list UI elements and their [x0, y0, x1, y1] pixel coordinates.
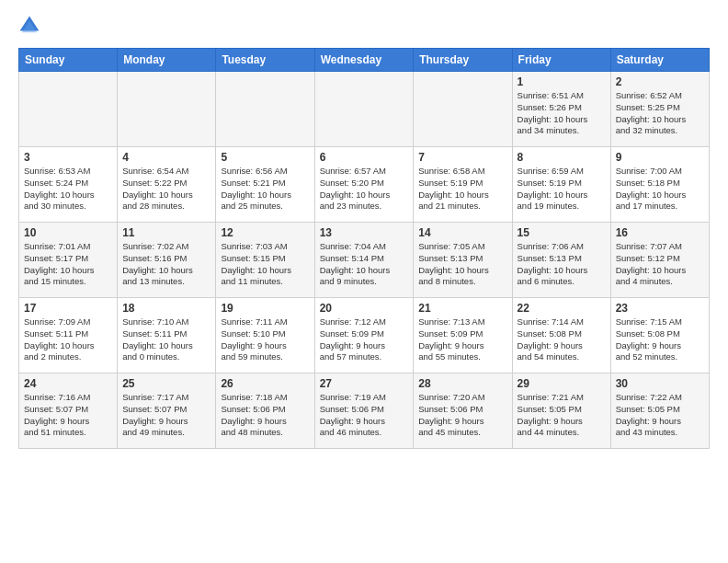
calendar-cell: 27Sunrise: 7:19 AM Sunset: 5:06 PM Dayli…	[314, 373, 414, 449]
calendar-cell: 11Sunrise: 7:02 AM Sunset: 5:16 PM Dayli…	[118, 223, 216, 298]
day-number: 21	[418, 302, 506, 315]
day-info: Sunrise: 6:53 AM Sunset: 5:24 PM Dayligh…	[24, 166, 95, 211]
calendar-cell	[216, 72, 314, 147]
weekday-header: Sunday	[19, 49, 118, 72]
calendar-cell: 13Sunrise: 7:04 AM Sunset: 5:14 PM Dayli…	[314, 223, 414, 298]
calendar-cell: 28Sunrise: 7:20 AM Sunset: 5:06 PM Dayli…	[414, 373, 512, 449]
page: SundayMondayTuesdayWednesdayThursdayFrid…	[0, 0, 728, 458]
day-info: Sunrise: 6:56 AM Sunset: 5:21 PM Dayligh…	[221, 166, 291, 211]
calendar-cell: 12Sunrise: 7:03 AM Sunset: 5:15 PM Dayli…	[216, 223, 314, 298]
calendar-cell: 30Sunrise: 7:22 AM Sunset: 5:05 PM Dayli…	[610, 373, 709, 449]
calendar-cell: 19Sunrise: 7:11 AM Sunset: 5:10 PM Dayli…	[216, 298, 314, 373]
calendar-header-row: SundayMondayTuesdayWednesdayThursdayFrid…	[19, 49, 710, 72]
day-number: 27	[320, 377, 409, 390]
calendar-cell	[19, 72, 118, 147]
day-number: 18	[122, 302, 210, 315]
calendar-cell	[414, 72, 512, 147]
day-info: Sunrise: 7:03 AM Sunset: 5:15 PM Dayligh…	[221, 241, 291, 286]
calendar-cell: 22Sunrise: 7:14 AM Sunset: 5:08 PM Dayli…	[512, 298, 610, 373]
day-info: Sunrise: 7:14 AM Sunset: 5:08 PM Dayligh…	[518, 316, 584, 362]
day-info: Sunrise: 7:06 AM Sunset: 5:13 PM Dayligh…	[518, 241, 588, 286]
calendar-week-row: 17Sunrise: 7:09 AM Sunset: 5:11 PM Dayli…	[19, 298, 710, 373]
calendar-cell: 16Sunrise: 7:07 AM Sunset: 5:12 PM Dayli…	[610, 223, 709, 298]
day-info: Sunrise: 7:18 AM Sunset: 5:06 PM Dayligh…	[221, 392, 287, 437]
weekday-header: Friday	[512, 49, 610, 72]
day-info: Sunrise: 7:13 AM Sunset: 5:09 PM Dayligh…	[418, 316, 484, 362]
day-number: 29	[518, 377, 606, 390]
day-info: Sunrise: 6:58 AM Sunset: 5:19 PM Dayligh…	[418, 166, 489, 211]
calendar-week-row: 10Sunrise: 7:01 AM Sunset: 5:17 PM Dayli…	[19, 223, 710, 298]
day-info: Sunrise: 7:09 AM Sunset: 5:11 PM Dayligh…	[24, 316, 95, 362]
logo	[18, 15, 44, 37]
calendar-cell: 26Sunrise: 7:18 AM Sunset: 5:06 PM Dayli…	[216, 373, 314, 449]
day-number: 3	[24, 151, 112, 164]
day-number: 11	[122, 226, 210, 239]
day-number: 12	[221, 226, 309, 239]
day-info: Sunrise: 7:04 AM Sunset: 5:14 PM Dayligh…	[320, 241, 391, 286]
day-info: Sunrise: 7:21 AM Sunset: 5:05 PM Dayligh…	[518, 392, 584, 437]
day-number: 8	[518, 151, 606, 164]
calendar-cell: 24Sunrise: 7:16 AM Sunset: 5:07 PM Dayli…	[19, 373, 118, 449]
day-number: 20	[320, 302, 409, 315]
calendar-cell: 21Sunrise: 7:13 AM Sunset: 5:09 PM Dayli…	[414, 298, 512, 373]
day-info: Sunrise: 7:16 AM Sunset: 5:07 PM Dayligh…	[24, 392, 90, 437]
day-number: 4	[122, 151, 210, 164]
day-number: 28	[418, 377, 506, 390]
calendar-cell: 29Sunrise: 7:21 AM Sunset: 5:05 PM Dayli…	[512, 373, 610, 449]
day-info: Sunrise: 6:52 AM Sunset: 5:25 PM Dayligh…	[616, 90, 687, 135]
day-info: Sunrise: 7:22 AM Sunset: 5:05 PM Dayligh…	[616, 392, 682, 437]
calendar-cell: 14Sunrise: 7:05 AM Sunset: 5:13 PM Dayli…	[414, 223, 512, 298]
day-info: Sunrise: 6:59 AM Sunset: 5:19 PM Dayligh…	[518, 166, 588, 211]
calendar-week-row: 24Sunrise: 7:16 AM Sunset: 5:07 PM Dayli…	[19, 373, 710, 449]
day-number: 9	[616, 151, 704, 164]
day-number: 2	[616, 75, 704, 88]
day-number: 1	[518, 75, 606, 88]
calendar-cell: 20Sunrise: 7:12 AM Sunset: 5:09 PM Dayli…	[314, 298, 414, 373]
day-info: Sunrise: 7:20 AM Sunset: 5:06 PM Dayligh…	[418, 392, 484, 437]
day-info: Sunrise: 6:57 AM Sunset: 5:20 PM Dayligh…	[320, 166, 391, 211]
day-number: 15	[518, 226, 606, 239]
day-number: 25	[122, 377, 210, 390]
calendar-cell: 4Sunrise: 6:54 AM Sunset: 5:22 PM Daylig…	[118, 147, 216, 223]
day-number: 22	[518, 302, 606, 315]
day-info: Sunrise: 6:54 AM Sunset: 5:22 PM Dayligh…	[122, 166, 193, 211]
calendar-cell: 17Sunrise: 7:09 AM Sunset: 5:11 PM Dayli…	[19, 298, 118, 373]
day-info: Sunrise: 7:02 AM Sunset: 5:16 PM Dayligh…	[122, 241, 193, 286]
day-info: Sunrise: 6:51 AM Sunset: 5:26 PM Dayligh…	[518, 90, 588, 135]
weekday-header: Thursday	[414, 49, 512, 72]
day-number: 24	[24, 377, 112, 390]
day-number: 23	[616, 302, 704, 315]
calendar-cell: 23Sunrise: 7:15 AM Sunset: 5:08 PM Dayli…	[610, 298, 709, 373]
calendar-cell: 25Sunrise: 7:17 AM Sunset: 5:07 PM Dayli…	[118, 373, 216, 449]
logo-icon	[18, 15, 40, 37]
day-number: 6	[320, 151, 409, 164]
calendar-cell	[314, 72, 414, 147]
day-number: 19	[221, 302, 309, 315]
day-number: 10	[24, 226, 112, 239]
day-info: Sunrise: 7:00 AM Sunset: 5:18 PM Dayligh…	[616, 166, 687, 211]
day-info: Sunrise: 7:15 AM Sunset: 5:08 PM Dayligh…	[616, 316, 682, 362]
calendar-cell: 2Sunrise: 6:52 AM Sunset: 5:25 PM Daylig…	[610, 72, 709, 147]
calendar-cell: 9Sunrise: 7:00 AM Sunset: 5:18 PM Daylig…	[610, 147, 709, 223]
calendar-week-row: 3Sunrise: 6:53 AM Sunset: 5:24 PM Daylig…	[19, 147, 710, 223]
day-number: 5	[221, 151, 309, 164]
day-info: Sunrise: 7:17 AM Sunset: 5:07 PM Dayligh…	[122, 392, 188, 437]
day-info: Sunrise: 7:11 AM Sunset: 5:10 PM Dayligh…	[221, 316, 287, 362]
calendar-cell: 1Sunrise: 6:51 AM Sunset: 5:26 PM Daylig…	[512, 72, 610, 147]
day-info: Sunrise: 7:01 AM Sunset: 5:17 PM Dayligh…	[24, 241, 95, 286]
calendar-cell: 6Sunrise: 6:57 AM Sunset: 5:20 PM Daylig…	[314, 147, 414, 223]
header	[18, 15, 710, 37]
calendar-cell: 8Sunrise: 6:59 AM Sunset: 5:19 PM Daylig…	[512, 147, 610, 223]
calendar-table: SundayMondayTuesdayWednesdayThursdayFrid…	[18, 48, 710, 449]
calendar-cell: 10Sunrise: 7:01 AM Sunset: 5:17 PM Dayli…	[19, 223, 118, 298]
calendar-week-row: 1Sunrise: 6:51 AM Sunset: 5:26 PM Daylig…	[19, 72, 710, 147]
day-number: 13	[320, 226, 409, 239]
day-info: Sunrise: 7:10 AM Sunset: 5:11 PM Dayligh…	[122, 316, 193, 362]
calendar-cell: 7Sunrise: 6:58 AM Sunset: 5:19 PM Daylig…	[414, 147, 512, 223]
day-number: 26	[221, 377, 309, 390]
day-number: 14	[418, 226, 506, 239]
calendar-cell: 5Sunrise: 6:56 AM Sunset: 5:21 PM Daylig…	[216, 147, 314, 223]
calendar-cell: 3Sunrise: 6:53 AM Sunset: 5:24 PM Daylig…	[19, 147, 118, 223]
weekday-header: Tuesday	[216, 49, 314, 72]
day-info: Sunrise: 7:12 AM Sunset: 5:09 PM Dayligh…	[320, 316, 386, 362]
